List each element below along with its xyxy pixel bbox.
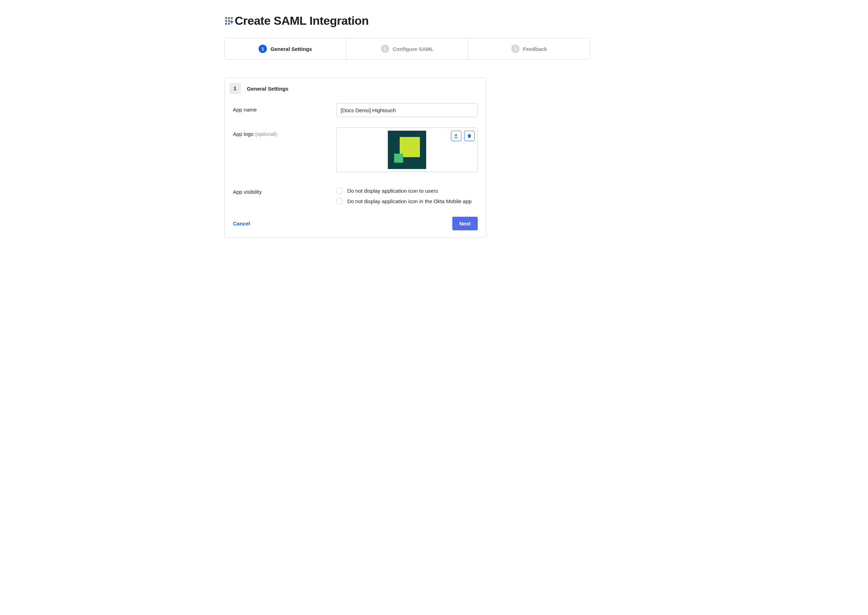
svg-rect-3 [225, 20, 227, 22]
trash-icon [467, 133, 472, 138]
panel-title: General Settings [247, 86, 289, 92]
step-badge: 1 [259, 45, 267, 53]
step-badge: 2 [381, 45, 389, 53]
cancel-button[interactable]: Cancel [233, 220, 250, 226]
app-name-input[interactable] [336, 103, 478, 117]
step-label: Feedback [523, 46, 547, 52]
hide-from-mobile-label: Do not display application icon in the O… [347, 198, 472, 204]
wizard-tab-configure-saml[interactable]: 2 Configure SAML [347, 38, 468, 59]
svg-rect-1 [228, 17, 229, 19]
wizard-tab-general-settings[interactable]: 1 General Settings [225, 38, 347, 59]
page-title: Create SAML Integration [235, 14, 369, 28]
settings-panel: 1 General Settings App name App logo (op… [225, 78, 486, 238]
hide-from-users-label: Do not display application icon to users [347, 188, 438, 194]
upload-logo-button[interactable] [451, 131, 461, 141]
app-logo-optional: (optional) [255, 131, 277, 137]
svg-rect-2 [231, 17, 233, 19]
step-label: Configure SAML [393, 46, 434, 52]
svg-rect-5 [225, 23, 227, 24]
app-visibility-label: App visibility [233, 186, 336, 195]
wizard-tabs: 1 General Settings 2 Configure SAML 3 Fe… [225, 38, 590, 59]
app-name-label: App name [233, 103, 336, 112]
hide-from-users-checkbox[interactable] [336, 187, 342, 194]
upload-icon [453, 133, 459, 139]
step-label: General Settings [270, 46, 312, 52]
svg-rect-6 [228, 23, 229, 24]
app-grid-plus-icon [225, 16, 233, 25]
svg-rect-4 [228, 20, 229, 22]
next-button[interactable]: Next [452, 217, 478, 230]
step-badge: 3 [511, 45, 520, 53]
wizard-tab-feedback[interactable]: 3 Feedback [468, 38, 590, 59]
app-logo-upload-box [336, 128, 478, 172]
hide-from-mobile-checkbox[interactable] [336, 198, 342, 204]
app-logo-label: App logo [233, 131, 255, 137]
delete-logo-button[interactable] [464, 131, 475, 141]
svg-rect-0 [225, 17, 227, 19]
panel-step-number: 1 [229, 83, 241, 94]
logo-preview-image [388, 131, 426, 169]
